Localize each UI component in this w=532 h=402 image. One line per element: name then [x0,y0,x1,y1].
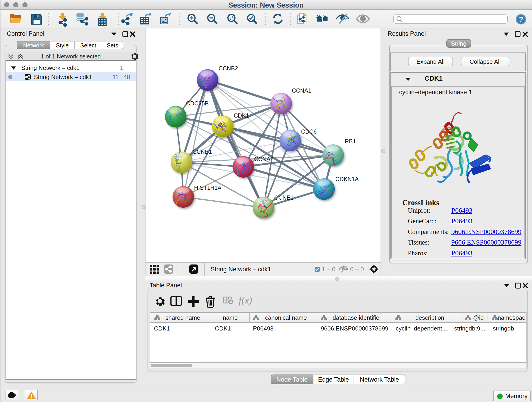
svg-text:0 – 0: 0 – 0 [350,266,364,273]
svg-text:name: name [223,314,238,321]
svg-text:canonical name: canonical name [265,314,307,321]
svg-text:9606.ENSP00000378699: 9606.ENSP00000378699 [321,325,388,332]
svg-text:RB1: RB1 [345,138,356,144]
svg-text:CDK1: CDK1 [215,325,231,332]
svg-text:CDK1: CDK1 [154,325,170,332]
svg-text:CDKN1A: CDKN1A [336,176,359,182]
svg-text:1 – 0: 1 – 0 [322,266,336,273]
svg-text:CCNE1: CCNE1 [274,194,294,201]
svg-text:namespac: namespac [498,314,525,321]
svg-text:?: ? [519,15,523,23]
svg-text:CDK1: CDK1 [234,112,249,119]
svg-text:CCNA2: CCNA2 [254,156,273,162]
svg-text:stringdb:9...: stringdb:9... [454,325,485,332]
svg-text:String Network – cdk1: String Network – cdk1 [210,266,271,273]
svg-text:stringdb: stringdb [493,325,514,332]
svg-text:shared name: shared name [165,314,200,321]
svg-text:database identifier: database identifier [333,314,381,321]
svg-text:CCNB2: CCNB2 [219,65,238,71]
svg-text:cyclin–dependent ...: cyclin–dependent ... [396,325,449,332]
svg-text:HIST1H1A: HIST1H1A [194,185,222,191]
svg-text:CDC6: CDC6 [301,128,317,135]
svg-text:CCNA1: CCNA1 [292,87,311,94]
svg-text:CCNB1: CCNB1 [192,148,212,155]
svg-text:P06493: P06493 [253,325,273,332]
svg-text:@id: @id [473,314,484,321]
svg-text:CDC25B: CDC25B [186,100,209,107]
svg-text:f(x): f(x) [239,295,252,306]
svg-text:description: description [415,314,444,321]
